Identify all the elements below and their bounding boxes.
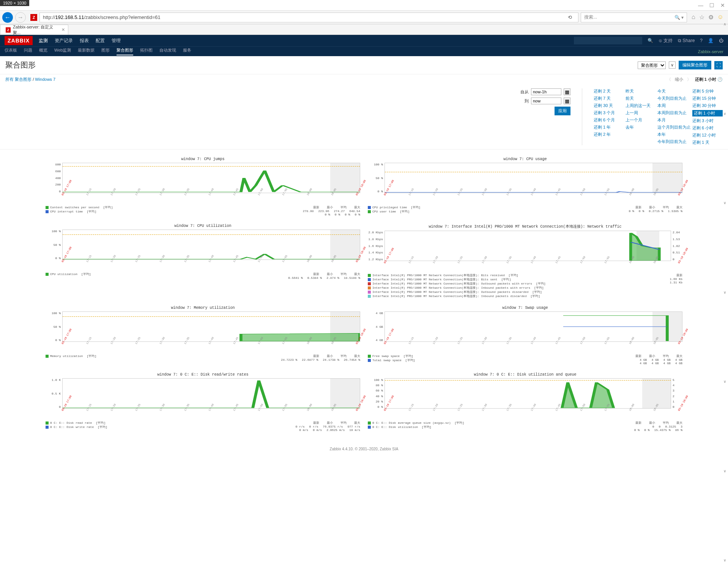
edit-screen-button[interactable]: 编辑聚合图形 <box>679 61 711 69</box>
menu-item[interactable]: 报表 <box>80 38 89 44</box>
favicon-icon: Z <box>30 14 37 21</box>
chart-legend: 0 C: E:: Disk average queue size (avgqu-… <box>368 421 682 432</box>
refresh-icon[interactable]: ⟲ <box>565 14 575 20</box>
chart-plot[interactable] <box>384 378 671 409</box>
minimize-icon[interactable]: — <box>698 2 703 8</box>
breadcrumb-root[interactable]: 所有 聚合图形 <box>5 77 32 82</box>
from-calendar-icon[interactable]: ▦ <box>564 88 570 95</box>
zabbix-logo[interactable]: ZABBIX <box>5 36 33 45</box>
time-preset[interactable]: 本月 <box>657 117 691 123</box>
breadcrumb: 所有 聚合图形 / Windows 7 <box>5 77 55 82</box>
submenu-item[interactable]: 图形 <box>101 47 110 55</box>
scroll-down-icon[interactable]: ∨ <box>722 201 727 205</box>
scroll-up-icon[interactable]: ∧ <box>722 22 727 26</box>
search-icon[interactable]: 🔍 <box>648 38 653 43</box>
submenu-item[interactable]: 概览 <box>39 47 47 55</box>
gear-icon[interactable]: ⚙ <box>708 14 714 21</box>
time-preset[interactable]: 今天 <box>657 88 691 94</box>
breadcrumb-current[interactable]: Windows 7 <box>35 77 55 82</box>
browser-search[interactable]: 搜索... 🔍 ▾ <box>581 13 687 22</box>
time-preset[interactable]: 还剩 30 分钟 <box>692 103 723 109</box>
from-input[interactable] <box>531 88 561 95</box>
star-icon[interactable]: ☆ <box>699 14 704 21</box>
time-preset[interactable]: 上周的这一天 <box>626 103 656 109</box>
submenu-host[interactable]: Zabbix-server <box>698 49 723 54</box>
user-icon[interactable]: 👤 <box>708 38 714 43</box>
share-link[interactable]: ⧉ Share <box>678 38 695 43</box>
scroll-down-icon[interactable]: ∨ <box>722 290 727 294</box>
time-preset[interactable]: 还剩 5 分钟 <box>692 88 723 94</box>
time-preset[interactable]: 这个月到目前为止 <box>657 124 691 130</box>
submenu-item[interactable]: 问题 <box>24 47 32 55</box>
scrollbar[interactable]: ∧ ∨ ∨ ∨ ∨ ∨ ∨ <box>722 22 727 459</box>
submenu-item[interactable]: 仪表板 <box>5 47 17 55</box>
menu-item[interactable]: 管理 <box>112 38 121 44</box>
browser-tab[interactable]: Z Zabbix-server: 自定义聚... ✕ <box>0 25 68 35</box>
time-preset[interactable]: 上一周 <box>626 110 656 116</box>
to-calendar-icon[interactable]: ▦ <box>564 98 570 104</box>
search-icon[interactable]: 🔍 ▾ <box>674 15 684 20</box>
time-preset[interactable]: 还剩 7 天 <box>594 96 624 101</box>
chart-title: window 7: CPU utilization <box>46 224 360 228</box>
dropdown-arrow[interactable]: ∨ <box>669 61 676 69</box>
time-preset[interactable]: 还剩 12 小时 <box>692 132 723 138</box>
screen-select[interactable]: 聚合图形 <box>638 61 666 69</box>
time-preset[interactable]: 去年 <box>626 124 656 130</box>
time-range-label[interactable]: 还剩 1 小时 🕐 <box>695 77 723 82</box>
submenu-item[interactable]: 拓扑图 <box>140 47 153 55</box>
menu-item[interactable]: 配置 <box>96 38 105 44</box>
tab-close-icon[interactable]: ✕ <box>61 27 65 32</box>
submenu-item[interactable]: Web监测 <box>54 47 71 55</box>
support-link[interactable]: ⊙ 支持 <box>659 38 673 44</box>
time-preset[interactable]: 还剩 1 年 <box>594 124 624 130</box>
apply-button[interactable]: 应用 <box>555 107 570 115</box>
time-preset[interactable]: 还剩 30 天 <box>594 103 624 109</box>
forward-button[interactable]: → <box>15 12 26 23</box>
submenu-item[interactable]: 服务 <box>183 47 191 55</box>
to-label: 到 <box>525 98 529 104</box>
chart-swap: window 7: Swap usage 4 GB4 GB4 GB 03-19 … <box>368 306 682 365</box>
submenu-item[interactable]: 聚合图形 <box>117 47 133 55</box>
time-preset[interactable]: 还剩 6 个月 <box>594 117 624 123</box>
submenu-item[interactable]: 自动发现 <box>159 47 176 55</box>
back-button[interactable]: ← <box>2 12 13 23</box>
time-preset[interactable]: 还剩 2 年 <box>594 132 624 137</box>
time-preset[interactable]: 还剩 3 个月 <box>594 110 624 116</box>
time-preset[interactable]: 前天 <box>626 96 656 101</box>
url-bar[interactable]: http://192.168.5.11/zabbix/screens.php?e… <box>39 13 578 22</box>
zabbix-search-input[interactable] <box>574 37 642 44</box>
menu-item[interactable]: 监测 <box>39 38 48 44</box>
scroll-down-icon[interactable]: ∨ <box>722 379 727 384</box>
smiley-icon[interactable]: ☺ <box>717 14 723 21</box>
time-preset[interactable]: 还剩 3 小时 <box>692 118 723 124</box>
y-axis: 100 %80 %60 %40 %20 %0 % <box>368 378 384 409</box>
submenu-item[interactable]: 最新数据 <box>78 47 95 55</box>
kiosk-icon[interactable]: ⛶ <box>714 61 723 69</box>
time-preset[interactable]: 今天到目前为止 <box>657 96 691 101</box>
time-preset[interactable]: 还剩 1 小时 <box>692 110 723 116</box>
search-placeholder: 搜索... <box>584 14 597 20</box>
time-preset[interactable]: 今年到目前为止 <box>657 139 691 145</box>
zoom-out-button[interactable]: 缩小 <box>675 77 683 82</box>
home-icon[interactable]: ⌂ <box>692 14 695 21</box>
scroll-down-icon[interactable]: ∨ <box>722 112 727 116</box>
to-input[interactable] <box>531 98 561 104</box>
time-prev-icon[interactable]: 〈 <box>667 77 671 82</box>
time-preset[interactable]: 上一个月 <box>626 117 656 123</box>
chart-plot[interactable] <box>384 231 671 261</box>
chart-legend: Interface Intel(R) PRO/1000 MT Network C… <box>368 273 682 298</box>
close-window-icon[interactable]: ✕ <box>720 2 725 8</box>
time-preset[interactable]: 本周 <box>657 103 691 109</box>
url-prefix: http:// <box>43 14 55 20</box>
time-next-icon[interactable]: 〉 <box>687 77 691 82</box>
time-preset[interactable]: 还剩 2 天 <box>594 88 624 94</box>
time-preset[interactable]: 昨天 <box>626 88 656 94</box>
maximize-icon[interactable]: ☐ <box>709 2 714 8</box>
time-preset[interactable]: 还剩 6 小时 <box>692 125 723 131</box>
menu-item[interactable]: 资产记录 <box>55 38 73 44</box>
help-icon[interactable]: ? <box>700 38 703 43</box>
time-preset[interactable]: 本周到目前为止 <box>657 110 691 116</box>
time-preset[interactable]: 还剩 1 天 <box>692 140 723 145</box>
time-preset[interactable]: 本年 <box>657 132 691 137</box>
time-preset[interactable]: 还剩 15 分钟 <box>692 96 723 101</box>
